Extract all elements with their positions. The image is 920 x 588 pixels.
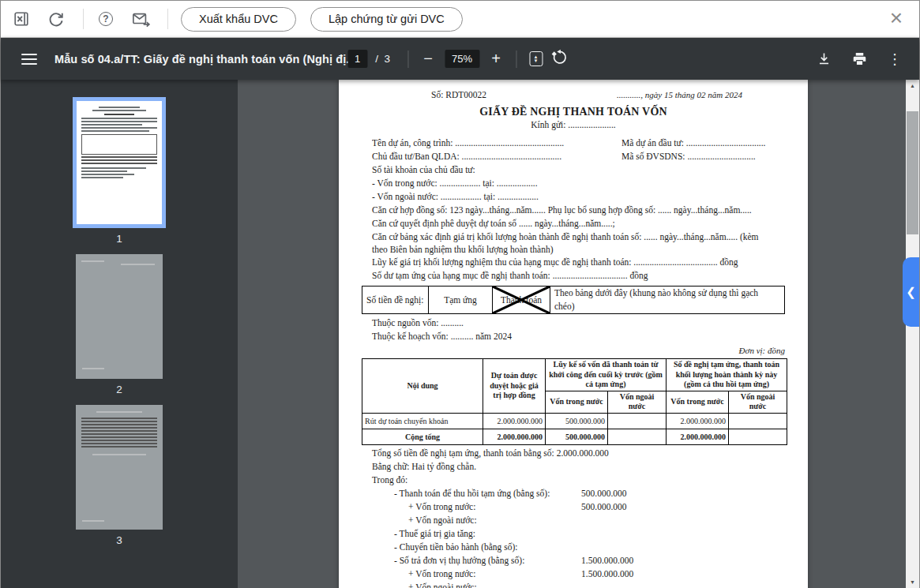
- thumbnail-label-3: 3: [116, 534, 122, 546]
- breakdown-item: - Số trả đơn vị thụ hưởng (bằng số):1.50…: [372, 554, 775, 567]
- table-row: Rút dự toán chuyển khoản 2.000.000.000 5…: [362, 413, 787, 429]
- download-icon[interactable]: [817, 51, 832, 66]
- col-header-accumulated: Lũy kế số vốn đã thanh toán từ khởi công…: [546, 359, 667, 391]
- advance-balance-line: Số dư tạm ứng của hạng mục đề nghị thanh…: [372, 269, 775, 283]
- pdf-document-title: Mẫu số 04.a/TT: Giấy đề nghị thanh toán …: [54, 53, 356, 66]
- breakdown-label: Trong đó:: [372, 474, 775, 487]
- app-toolbar: ? Xuất khẩu DVC Lập chứng từ gửi DVC ×: [1, 1, 919, 38]
- help-icon[interactable]: ?: [96, 9, 115, 28]
- total-amount-line: Tổng số tiền đề nghị tạm ứng, thanh toán…: [372, 447, 775, 460]
- breakdown-item: + Vốn ngoài nước:: [372, 514, 775, 527]
- toolbar-divider: [167, 9, 168, 29]
- breakdown-item: + Vốn ngoài nước:: [372, 581, 775, 588]
- volume-basis-line: Căn cứ bảng xác định giá trị khối lượng …: [372, 230, 775, 256]
- investor-line: Chủ đầu tư/Ban QLDA: ...................…: [372, 150, 621, 163]
- request-type-note: Theo bảng dưới đây (khung nào không sử d…: [550, 287, 785, 314]
- toolbar-divider: [516, 51, 516, 68]
- capital-plan-line: Thuộc kế hoạch vốn: .......... năm 2024: [372, 330, 775, 343]
- vertical-scrollbar[interactable]: ▲ ▼: [906, 80, 919, 588]
- excel-export-icon[interactable]: [12, 9, 31, 28]
- send-mail-icon[interactable]: [131, 9, 150, 28]
- subcol-foreign-1: Vốn ngoài nước: [608, 391, 667, 413]
- zoom-out-button[interactable]: −: [418, 50, 438, 68]
- contract-basis-line: Căn cứ hợp đồng số: 123 ngày...tháng...n…: [372, 204, 775, 217]
- panel-collapse-tab[interactable]: ❮: [903, 257, 919, 327]
- unit-note: Đơn vị: đồng: [362, 344, 785, 358]
- breakdown-item: - Chuyển tiền bảo hành (bằng số):: [372, 541, 775, 554]
- menu-icon[interactable]: [21, 54, 37, 65]
- thumbnail-label-2: 2: [116, 384, 122, 395]
- request-type-table: Số tiền đề nghị: Tạm ứng Thanh toán Theo…: [362, 286, 785, 314]
- app-window: ? Xuất khẩu DVC Lập chứng từ gửi DVC × M…: [0, 0, 920, 588]
- close-icon[interactable]: ×: [884, 7, 908, 31]
- scroll-up-icon[interactable]: ▲: [906, 80, 919, 92]
- scroll-down-icon[interactable]: ▼: [906, 576, 919, 588]
- capital-source-line: Thuộc nguồn vốn: ..........: [372, 316, 775, 330]
- thumbnail-image-2[interactable]: [76, 254, 163, 379]
- payment-option-crossed: Thanh toán: [493, 287, 550, 314]
- send-dvc-button[interactable]: Lập chứng từ gửi DVC: [310, 7, 463, 32]
- domestic-capital-line: - Vốn trong nước: .................. tại…: [372, 177, 775, 190]
- scrollbar-thumb[interactable]: [907, 111, 918, 234]
- table-total-row: Cộng tổng 2.000.000.000 500.000.000 2.00…: [362, 429, 787, 444]
- doc-salutation: Kính gửi: .....................: [362, 118, 785, 132]
- advance-option: Tạm ứng: [429, 287, 493, 314]
- amount-in-words-line: Bằng chữ: Hai tỷ đồng chẵn.: [372, 460, 775, 474]
- col-header-request: Số đề nghị tạm ứng, thanh toán khối lượn…: [667, 359, 787, 391]
- breakdown-item: - Thanh toán để thu hồi tạm ứng (bằng số…: [372, 487, 775, 500]
- pdf-page-1: Số: RDT00022 ..........., ngày 15 tháng …: [339, 80, 808, 588]
- request-type-label: Số tiền đề nghị:: [362, 287, 429, 314]
- thumbnail-page-3[interactable]: 3: [76, 405, 163, 556]
- print-icon[interactable]: [852, 51, 867, 66]
- col-header-budget: Dự toán được duyệt hoặc giá trị hợp đồng: [483, 359, 546, 414]
- doc-date: ..........., ngày 15 tháng 02 năm 2024: [617, 88, 742, 102]
- project-code-line: Mã dự án đầu tư: .......................…: [621, 137, 775, 150]
- breakdown-item: - Thuế giá trị gia tăng:: [372, 527, 775, 541]
- decision-basis-line: Căn cứ quyết định phê duyệt dự toán số .…: [372, 217, 775, 230]
- payment-summary-table: Nội dung Dự toán được duyệt hoặc giá trị…: [362, 358, 787, 445]
- thumbnail-page-2[interactable]: 2: [76, 254, 163, 405]
- thumbnail-label-1: 1: [116, 233, 122, 245]
- project-name-line: Tên dự án, công trình: .................…: [372, 137, 621, 150]
- zoom-level[interactable]: 75%: [445, 50, 479, 68]
- refresh-icon[interactable]: [47, 9, 66, 28]
- zoom-in-button[interactable]: +: [486, 50, 506, 68]
- toolbar-divider: [407, 51, 408, 68]
- breakdown-item: + Vốn trong nước:500.000.000: [372, 500, 775, 514]
- subcol-domestic-1: Vốn trong nước: [546, 391, 608, 413]
- document-viewport[interactable]: Số: RDT00022 ..........., ngày 15 tháng …: [238, 80, 919, 588]
- thumbnail-panel: 1 2 3: [1, 80, 238, 588]
- thumbnail-page-1[interactable]: 1: [73, 97, 166, 254]
- page-number-input[interactable]: 1: [347, 50, 367, 68]
- cross-out-mark: [493, 287, 550, 313]
- thumbnail-image-3[interactable]: [76, 405, 163, 530]
- export-dvc-button[interactable]: Xuất khẩu DVC: [181, 7, 296, 32]
- page-count: / 3: [375, 53, 390, 65]
- rotate-icon[interactable]: [546, 49, 573, 69]
- thumbnail-image-1[interactable]: [73, 97, 166, 228]
- breakdown-item: + Vốn trong nước:1.500.000.000: [372, 567, 775, 581]
- doc-title: GIẤY ĐỀ NGHỊ THANH TOÁN VỐN: [362, 105, 785, 118]
- col-header-content: Nội dung: [362, 359, 483, 414]
- toolbar-divider: [83, 9, 84, 29]
- pdf-toolbar: Mẫu số 04.a/TT: Giấy đề nghị thanh toán …: [1, 38, 919, 80]
- subcol-domestic-2: Vốn trong nước: [667, 391, 729, 413]
- subcol-foreign-2: Vốn ngoài nước: [729, 391, 787, 413]
- foreign-capital-line: - Vốn ngoài nước: .................. tại…: [372, 190, 775, 204]
- account-line: Số tài khoản của chủ đầu tư:: [372, 163, 775, 177]
- fit-page-icon[interactable]: ▲▼: [529, 51, 543, 66]
- accumulated-value-line: Lũy kế giá trị khối lượng nghiệm thu của…: [372, 256, 775, 269]
- budget-code-line: Mã số ĐVSDNS: ..........................…: [621, 150, 775, 163]
- chevron-left-icon: ❮: [906, 285, 916, 299]
- doc-number: Số: RDT00022: [431, 88, 486, 102]
- more-options-icon[interactable]: ⋮: [888, 51, 902, 68]
